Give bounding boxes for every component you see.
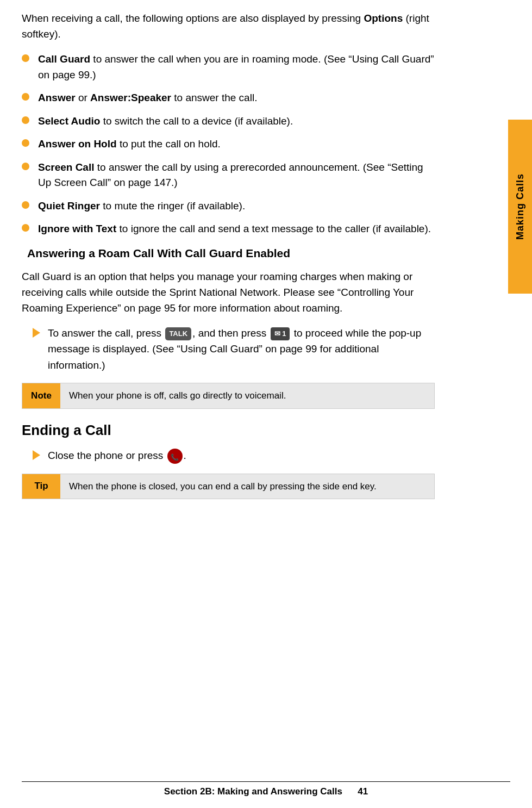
- end-button-label: 📞: [167, 449, 183, 464]
- ending-arrow-text: Close the phone or press 📞.: [48, 447, 186, 464]
- list-item: Close the phone or press 📞.: [33, 447, 435, 464]
- bold-label: Answer:Speaker: [90, 92, 171, 103]
- note-content: When your phone is off, calls go directl…: [60, 383, 434, 408]
- bullet-dot-icon: [22, 54, 29, 62]
- bullet-dot-icon: [22, 224, 29, 232]
- options-bold: Options: [364, 13, 403, 24]
- tip-content: When the phone is closed, you can end a …: [60, 474, 434, 499]
- roam-arrow-list: To answer the call, press TALK, and then…: [33, 325, 435, 373]
- bold-label: Call Guard: [38, 53, 90, 65]
- roam-body-text: Call Guard is an option that helps you m…: [22, 269, 435, 316]
- bold-label: Ignore with Text: [38, 223, 116, 234]
- ending-arrow-list: Close the phone or press 📞.: [33, 447, 435, 464]
- content-area: When receiving a call, the following opt…: [0, 0, 456, 520]
- options-bullet-list: Call Guard to answer the call when you a…: [22, 52, 435, 237]
- page-wrapper: Making Calls When receiving a call, the …: [0, 0, 532, 808]
- bullet-text: Quiet Ringer to mute the ringer (if avai…: [38, 198, 245, 214]
- footer-page-number: 41: [358, 786, 368, 797]
- arrow-icon: [33, 450, 40, 460]
- list-item: Ignore with Text to ignore the call and …: [22, 221, 435, 237]
- bold-label: Select Audio: [38, 115, 100, 127]
- bullet-text: Answer or Answer:Speaker to answer the c…: [38, 90, 257, 106]
- tip-label: Tip: [22, 474, 60, 499]
- bold-label: Quiet Ringer: [38, 200, 100, 212]
- footer-section-text: Section 2B: Making and Answering Calls: [164, 786, 342, 797]
- list-item: Answer or Answer:Speaker to answer the c…: [22, 90, 435, 106]
- bullet-dot-icon: [22, 163, 29, 170]
- arrow-icon: [33, 328, 40, 338]
- bullet-dot-icon: [22, 139, 29, 147]
- footer: Section 2B: Making and Answering Calls 4…: [0, 781, 532, 797]
- side-tab: Making Calls: [508, 120, 532, 294]
- bullet-dot-icon: [22, 201, 29, 209]
- arrow-item-text: To answer the call, press TALK, and then…: [48, 325, 435, 373]
- bullet-dot-icon: [22, 93, 29, 101]
- ending-section-title: Ending a Call: [22, 422, 435, 439]
- envelope-1-button-label: ✉ 1: [271, 327, 290, 340]
- list-item: Answer on Hold to put the call on hold.: [22, 136, 435, 152]
- footer-divider: [22, 781, 510, 782]
- list-item: Call Guard to answer the call when you a…: [22, 52, 435, 83]
- list-item: Quiet Ringer to mute the ringer (if avai…: [22, 198, 435, 214]
- bullet-dot-icon: [22, 116, 29, 124]
- intro-text-before: When receiving a call, the following opt…: [22, 13, 364, 24]
- list-item: To answer the call, press TALK, and then…: [33, 325, 435, 373]
- intro-paragraph: When receiving a call, the following opt…: [22, 11, 435, 42]
- list-item: Select Audio to switch the call to a dev…: [22, 114, 435, 129]
- bullet-text: Call Guard to answer the call when you a…: [38, 52, 435, 83]
- side-tab-label: Making Calls: [515, 173, 526, 240]
- bold-label: Answer: [38, 92, 76, 103]
- roam-section-heading: Answering a Roam Call With Call Guard En…: [22, 247, 435, 260]
- list-item: Screen Call to answer the call by using …: [22, 160, 435, 191]
- bold-label: Answer on Hold: [38, 138, 117, 150]
- note-label: Note: [22, 383, 60, 408]
- tip-box: Tip When the phone is closed, you can en…: [22, 474, 435, 500]
- talk-button-label: TALK: [165, 327, 191, 340]
- bold-label: Screen Call: [38, 161, 95, 173]
- bullet-text: Select Audio to switch the call to a dev…: [38, 114, 293, 129]
- note-box: Note When your phone is off, calls go di…: [22, 383, 435, 409]
- bullet-text: Screen Call to answer the call by using …: [38, 160, 435, 191]
- bullet-text: Answer on Hold to put the call on hold.: [38, 136, 221, 152]
- bullet-text: Ignore with Text to ignore the call and …: [38, 221, 431, 237]
